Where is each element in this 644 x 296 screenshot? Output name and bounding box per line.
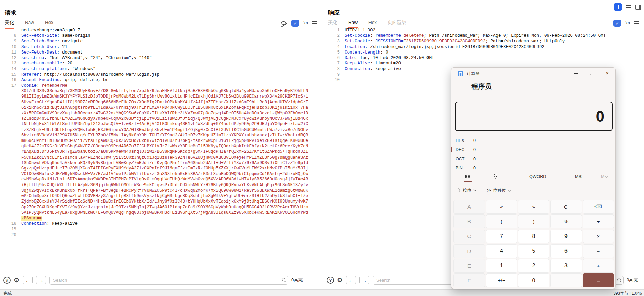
calc-key-÷[interactable]: ÷ bbox=[583, 214, 614, 228]
next-match-button[interactable]: → bbox=[359, 276, 369, 284]
gear-icon[interactable]: ⚙ bbox=[337, 276, 343, 284]
cookie-blob-line: 6hvi+cNV9cVV1N2P9X7H5N+qYeEYURZbO/f5NyiI… bbox=[0, 133, 323, 138]
calc-key-%[interactable]: % bbox=[550, 214, 582, 228]
tab-response-0[interactable]: 美化 bbox=[328, 19, 337, 28]
calc-key-+/−[interactable]: +/− bbox=[486, 273, 517, 287]
line-content: Connection: keep-alive bbox=[342, 66, 401, 72]
calc-key-8[interactable]: 8 bbox=[518, 230, 549, 243]
calc-key-−[interactable]: − bbox=[583, 244, 614, 258]
line-content: 30tZdFDSSvGSe5aRqT73RMOUyE8ny+//DGL8wkIr… bbox=[19, 88, 308, 94]
cookie-blob-line: 98iII3pyLmZBuWmSK3YYFYPLSIzDJoTODDjrPoM8… bbox=[0, 94, 323, 99]
line-content: GgxzpQxHzrpdEUteI7u2OMjXGosTAIPIGoRyEXH9… bbox=[19, 166, 308, 171]
bit-toggle-icon[interactable] bbox=[493, 174, 498, 179]
calc-key-7[interactable]: 7 bbox=[486, 230, 517, 243]
pause-icon[interactable] bbox=[614, 3, 622, 11]
line-number bbox=[0, 121, 19, 127]
line-content: sec-ch-ua-mobile: ?0 bbox=[19, 61, 72, 66]
tab-request-1[interactable]: Raw bbox=[25, 20, 34, 27]
cookie-blob-line: F5CHiZkqEVNcLEri7dIMcslavrFLZNoLJnW+yiL3… bbox=[0, 155, 323, 160]
line-number: 12 bbox=[0, 55, 19, 61]
prev-match-button[interactable]: ← bbox=[23, 276, 33, 284]
calc-key-0[interactable]: 0 bbox=[518, 273, 549, 287]
calc-key-9[interactable]: 9 bbox=[550, 230, 582, 243]
calc-key-2[interactable]: 2 bbox=[518, 259, 549, 273]
word-size-button[interactable]: QWORD bbox=[529, 174, 546, 179]
tab-response-3[interactable]: 页面渲染 bbox=[388, 19, 406, 28]
close-button[interactable]: × bbox=[600, 68, 615, 79]
line-content: wPzCdm3geXrTO4OLQRowZtwLFDOVGHzyXZngrtfp… bbox=[19, 193, 308, 199]
calc-key-C[interactable]: C bbox=[550, 200, 582, 214]
tab-request-2[interactable]: Hex bbox=[45, 20, 53, 27]
cookie-blob-line: xX+5ROCmGmUV90rvXuqishROccurz4TwC32okYhQ… bbox=[0, 110, 323, 116]
memory-store-button[interactable]: MS bbox=[575, 174, 582, 179]
response-line: 3Set-Cookie: JSESSIONID=E261B7D6099B019E… bbox=[323, 39, 644, 44]
base-row-hex[interactable]: HEX0 bbox=[456, 136, 558, 145]
calc-key-1[interactable]: 1 bbox=[486, 259, 517, 273]
bitwise-dropdown[interactable]: 按位 bbox=[456, 188, 477, 193]
search-input[interactable] bbox=[50, 276, 288, 284]
next-match-button[interactable]: → bbox=[36, 276, 46, 284]
calc-key-3[interactable]: 3 bbox=[550, 259, 582, 273]
calc-key-.[interactable]: . bbox=[550, 273, 582, 287]
tab-response-2[interactable]: Hex bbox=[368, 20, 377, 27]
line-number bbox=[0, 149, 19, 154]
prev-match-button[interactable]: ← bbox=[346, 276, 356, 284]
eye-off-icon[interactable] bbox=[281, 20, 287, 26]
menu-icon[interactable] bbox=[312, 20, 317, 26]
calc-key-×[interactable]: × bbox=[583, 230, 614, 243]
cookie-blob-line: 6HvyF+oGL/YgasD411ICj99RZJxRPRnq6666NBeF… bbox=[0, 100, 323, 105]
calc-key-C: C bbox=[453, 230, 485, 243]
calc-key-»[interactable]: » bbox=[518, 200, 549, 214]
line-content: Accept-Encoding: gzip, deflate, br bbox=[19, 77, 108, 83]
menu-icon[interactable] bbox=[634, 20, 639, 26]
line-content: 6hvi+cNV9cVV1N2P9X7H5N+qYeEYURZbO/f5NyiI… bbox=[19, 133, 308, 138]
wrap-toggle-icon[interactable]: ⇄ bbox=[613, 20, 621, 27]
response-toolbar: ⇄ \n bbox=[613, 19, 639, 27]
base-row-bin[interactable]: BIN0 bbox=[456, 163, 558, 173]
minimize-button[interactable] bbox=[568, 68, 584, 79]
split-panel-icon[interactable] bbox=[635, 5, 641, 10]
calc-key-=[interactable]: = bbox=[583, 273, 614, 287]
gear-icon[interactable]: ⚙ bbox=[14, 276, 19, 284]
calc-key-+[interactable]: + bbox=[583, 259, 614, 273]
calc-key-D: D bbox=[453, 244, 485, 258]
status-bar: 完成 393字节 | 1,046 bbox=[0, 289, 644, 296]
base-label: DEC bbox=[456, 147, 473, 152]
request-editor[interactable]: ned-exchange;v=b3;q=0.78Sec-Fetch-Site: … bbox=[0, 28, 323, 238]
calc-key-«[interactable]: « bbox=[486, 200, 517, 214]
line-content: Keep-Alive: timeout=20 bbox=[342, 61, 401, 66]
calc-key-6[interactable]: 6 bbox=[550, 244, 582, 258]
line-content: 6ikiRn6d/idRBQtUIXAGpgtsrb9fEEYIdaXw/0rh… bbox=[19, 105, 308, 110]
maximize-button[interactable] bbox=[584, 68, 600, 79]
help-icon[interactable]: ? bbox=[327, 277, 334, 284]
line-number: 7 bbox=[323, 61, 342, 66]
tab-response-1[interactable]: Raw bbox=[348, 20, 358, 28]
calc-key-⌫[interactable]: ⌫ bbox=[583, 200, 614, 214]
list-icon[interactable] bbox=[626, 4, 631, 10]
line-content: Sec-Fetch-Site: same-origin bbox=[19, 33, 90, 39]
calculator-titlebar[interactable]: 计算器 × bbox=[451, 68, 615, 79]
calc-key-4[interactable]: 4 bbox=[486, 244, 517, 258]
calc-key-)[interactable]: ) bbox=[518, 214, 549, 228]
calc-key-5[interactable]: 5 bbox=[518, 244, 549, 258]
calc-key-([interactable]: ( bbox=[486, 214, 517, 228]
base-row-oct[interactable]: OCT0 bbox=[456, 154, 558, 163]
line-content: Location: /shirodemo_war/login.jsp;jsess… bbox=[342, 44, 544, 50]
bitshift-dropdown[interactable]: ≫ 位移位 bbox=[487, 188, 511, 193]
response-tabs: 美化RawHex页面渲染 bbox=[323, 18, 412, 24]
request-line: 15Referer: http://localhost:8080/shirode… bbox=[0, 72, 323, 77]
calculator-display: 0 bbox=[455, 102, 613, 131]
newline-icon[interactable]: \n bbox=[303, 21, 308, 26]
base-row-dec[interactable]: DEC0 bbox=[456, 145, 558, 154]
line-number bbox=[0, 105, 19, 110]
memory-menu-button[interactable]: M bbox=[601, 174, 608, 179]
newline-icon[interactable]: \n bbox=[625, 21, 630, 26]
help-icon[interactable]: ? bbox=[3, 277, 11, 284]
full-keypad-icon[interactable] bbox=[465, 174, 470, 179]
hamburger-menu-icon[interactable] bbox=[457, 85, 463, 93]
line-number: 8 bbox=[0, 33, 19, 39]
line-content: 8p270r7GXUOKqcEYVT//9yQYzrJz+qrninjJeI9T… bbox=[19, 205, 308, 210]
wrap-toggle-icon[interactable]: ⇄ bbox=[291, 20, 299, 27]
line-content: 3qj02wqVvIckBkMBhBxOb+fkrs+QPe+FBY3egDTe… bbox=[19, 188, 308, 193]
cookie-blob-line: GgxzpQxHzrpdEUteI7u2OMjXGosTAIPIGoRyEXH9… bbox=[0, 166, 323, 171]
